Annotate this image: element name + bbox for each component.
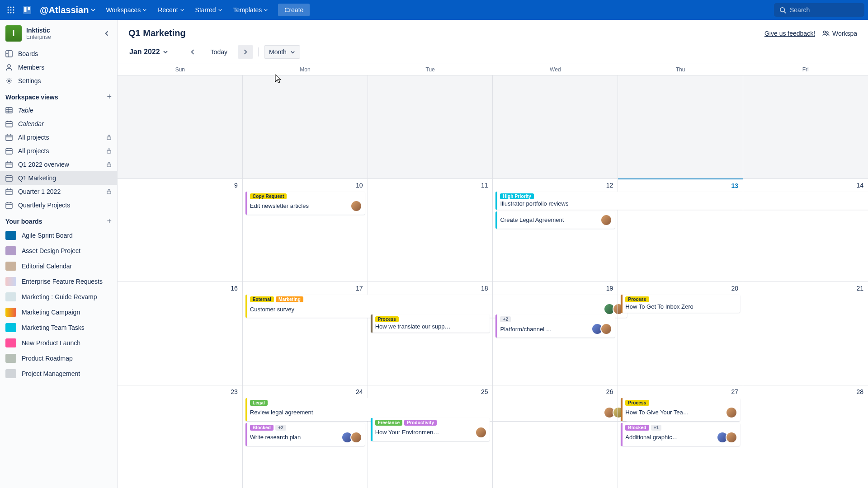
calendar-day-cell[interactable] xyxy=(743,75,868,178)
calendar-day-cell[interactable]: 26 xyxy=(493,385,618,488)
sidebar-board-item[interactable]: Project Management xyxy=(0,366,117,381)
brand-label[interactable]: @Atlassian xyxy=(36,5,99,15)
svg-rect-11 xyxy=(28,7,30,10)
calendar-day-cell[interactable] xyxy=(493,75,618,178)
calendar-day-cell[interactable] xyxy=(118,75,243,178)
nav-workspaces[interactable]: Workspaces xyxy=(101,4,151,16)
calendar-card[interactable]: FreelanceProductivity How Your Environme… xyxy=(371,418,490,441)
workspace-header[interactable]: I Inktistic Enterprise xyxy=(0,20,117,47)
table-icon xyxy=(5,107,13,114)
calendar-day-cell[interactable]: 25 FreelanceProductivity How Your Enviro… xyxy=(368,385,493,488)
board-color-swatch xyxy=(5,292,16,301)
sidebar-board-item[interactable]: Marketing Team Tasks xyxy=(0,320,117,335)
workspace-name: Inktistic xyxy=(26,27,51,34)
create-button[interactable]: Create xyxy=(278,4,310,16)
calendar-day-cell[interactable]: 16 xyxy=(118,282,243,385)
collapse-sidebar-icon[interactable] xyxy=(102,28,112,38)
calendar-day-cell[interactable]: 24 Legal Review legal agreement Blocked+… xyxy=(243,385,368,488)
date-number: 16 xyxy=(120,284,240,293)
avatar xyxy=(350,432,362,443)
sidebar-item-members[interactable]: Members xyxy=(0,61,117,74)
card-label: Blocked xyxy=(250,425,274,431)
sidebar-board-item[interactable]: Enterprise Feature Requests xyxy=(0,274,117,289)
calendar-day-cell[interactable]: 18 Process How we translate our supp… xyxy=(368,282,493,385)
sidebar-board-item[interactable]: Asset Design Project xyxy=(0,243,117,258)
calendar-toolbar: Jan 2022 Today Month xyxy=(118,40,868,64)
calendar-day-cell[interactable]: 23 xyxy=(118,385,243,488)
calendar-day-cell[interactable]: 9 xyxy=(118,179,243,282)
nav-starred[interactable]: Starred xyxy=(191,4,227,16)
prev-month-button[interactable] xyxy=(185,45,200,59)
calendar-card[interactable]: Copy Request Edit newsletter articles xyxy=(245,192,365,215)
nav-recent[interactable]: Recent xyxy=(153,4,189,16)
visibility-label: Workspa xyxy=(832,30,857,37)
apps-switcher-icon[interactable] xyxy=(4,3,18,17)
sidebar-item-settings[interactable]: Settings xyxy=(0,74,117,88)
calendar-card[interactable]: Process How we translate our supp… xyxy=(371,314,490,333)
sidebar-project-item[interactable]: Quartlerly Projects xyxy=(0,198,117,212)
sidebar-board-item[interactable]: Product Roadmap xyxy=(0,351,117,366)
view-picker[interactable]: Month xyxy=(264,45,300,59)
add-view-button[interactable]: + xyxy=(107,92,112,102)
sidebar-item-boards[interactable]: Boards xyxy=(0,47,117,61)
calendar-day-cell[interactable]: 14 xyxy=(743,179,868,282)
sidebar-project-item[interactable]: Q1 2022 overview xyxy=(0,158,117,171)
workspace-visibility-button[interactable]: Workspa xyxy=(822,30,857,37)
search-input[interactable]: Search xyxy=(774,3,864,17)
sidebar-item-label: Settings xyxy=(18,77,41,84)
nav-templates[interactable]: Templates xyxy=(229,4,273,16)
calendar-day-cell[interactable] xyxy=(368,75,493,178)
sidebar-board-item[interactable]: Marketing : Guide Revamp xyxy=(0,289,117,305)
calendar-day-cell[interactable]: 21 xyxy=(743,282,868,385)
sidebar-project-item[interactable]: Q1 Marketing xyxy=(0,171,117,185)
your-boards-heading: Your boards + xyxy=(0,212,117,228)
card-title: Create Legal Agreement xyxy=(500,216,564,223)
calendar-day-cell[interactable] xyxy=(243,75,368,178)
feedback-link[interactable]: Give us feedback! xyxy=(764,30,815,37)
calendar-day-cell[interactable]: 20 Process How To Get To Inbox Zero xyxy=(618,282,743,385)
chevron-down-icon xyxy=(90,7,96,13)
today-button[interactable]: Today xyxy=(205,46,233,58)
sidebar-project-item[interactable]: Quarter 1 2022 xyxy=(0,185,117,198)
sidebar-item-calendar-view[interactable]: Calendar xyxy=(0,117,117,131)
trello-logo-icon[interactable] xyxy=(20,3,34,17)
calendar-day-cell[interactable]: 12 High Priority Illustrator portfolio r… xyxy=(493,179,618,282)
next-month-button[interactable] xyxy=(238,45,253,59)
calendar-day-cell[interactable]: 27 Process How To Give Your Tea… Blocked… xyxy=(618,385,743,488)
sidebar-board-item[interactable]: New Product Launch xyxy=(0,335,117,351)
calendar-day-cell[interactable]: 10 Copy Request Edit newsletter articles xyxy=(243,179,368,282)
sidebar-project-item[interactable]: All projects xyxy=(0,144,117,158)
calendar-card[interactable]: +2 Platform/channel … xyxy=(495,314,615,338)
add-board-button[interactable]: + xyxy=(107,216,112,226)
calendar-day-cell[interactable]: 13 xyxy=(618,178,743,282)
sidebar-board-item[interactable]: Agile Sprint Board xyxy=(0,228,117,243)
calendar-card[interactable]: Create Legal Agreement xyxy=(495,211,615,229)
sidebar-project-item[interactable]: All projects xyxy=(0,131,117,144)
svg-rect-26 xyxy=(107,191,111,194)
calendar-day-cell[interactable]: 19 +2 Platform/channel … xyxy=(493,282,618,385)
calendar-day-cell[interactable]: 28 xyxy=(743,385,868,488)
sidebar-board-item[interactable]: Marketing Campaign xyxy=(0,305,117,320)
svg-point-29 xyxy=(826,32,828,33)
calendar-day-cell[interactable]: 17 ExternalMarketing Customer survey xyxy=(243,282,368,385)
card-label: Process xyxy=(375,316,399,322)
month-picker[interactable]: Jan 2022 xyxy=(127,46,171,58)
calendar-day-cell[interactable] xyxy=(618,75,743,178)
calendar-card[interactable]: Process How To Give Your Tea… xyxy=(621,398,740,421)
calendar-day-cell[interactable]: 11 xyxy=(368,179,493,282)
sidebar-item-table[interactable]: Table xyxy=(0,103,117,117)
calendar-card[interactable]: Blocked+1 Additional graphic… xyxy=(621,423,740,446)
calendar-card[interactable]: Blocked+2 Write research plan xyxy=(245,423,365,446)
sidebar-board-item[interactable]: Editorial Calendar xyxy=(0,258,117,274)
date-number: 28 xyxy=(746,387,865,396)
sidebar-item-label: All projects xyxy=(18,134,49,141)
card-label: Copy Request xyxy=(250,193,287,199)
sidebar-item-label: New Product Launch xyxy=(22,339,80,347)
date-number: 11 xyxy=(371,181,490,190)
day-header: Mon xyxy=(243,64,368,75)
calendar-card[interactable]: Process How To Get To Inbox Zero xyxy=(621,295,740,313)
card-label: Blocked xyxy=(625,425,649,431)
gear-icon xyxy=(5,77,13,84)
svg-rect-21 xyxy=(107,150,111,153)
date-number: 24 xyxy=(245,387,365,396)
